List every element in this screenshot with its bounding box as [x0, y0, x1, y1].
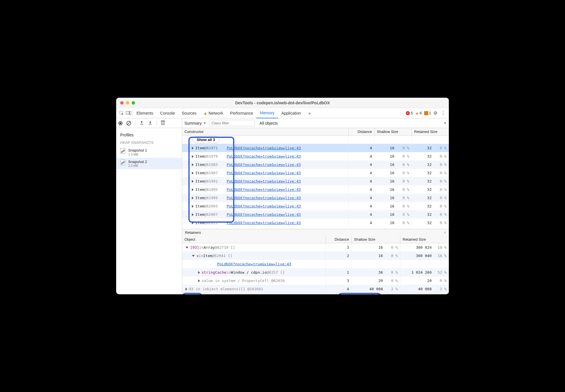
tab-performance[interactable]: Performance: [227, 108, 256, 118]
retainer-row[interactable]: x in Item @62041 []2160 %360 04018 %: [182, 252, 449, 260]
window-title: DevTools - codepen.io/web-dot-dev/live/P…: [116, 101, 449, 105]
status-badges: ✕5 ▲6 !1 ⚙ ⋮: [406, 110, 447, 116]
annotation-search-term: [182, 293, 202, 294]
constructor-row[interactable]: Item @61995 PoLdbOX?nocache=true&view=li…: [182, 185, 449, 194]
rcol-object[interactable]: Object: [182, 236, 326, 243]
rcol-shallow[interactable]: Shallow Size: [351, 236, 400, 243]
devtools-window: DevTools - codepen.io/web-dot-dev/live/P…: [116, 98, 449, 294]
warnings-badge[interactable]: ▲6: [415, 111, 422, 115]
retainer-row[interactable]: [93] in Array @82719 []3160 %360 02418 %: [182, 243, 449, 252]
source-link[interactable]: PoLdbOX?nocache=true&view=live:43: [227, 204, 301, 208]
retainer-row[interactable]: PoLdbOX?nocache=true&view=live:43: [182, 260, 449, 268]
delete-icon[interactable]: [161, 120, 165, 126]
source-link[interactable]: PoLdbOX?nocache=true&view=live:43: [227, 154, 301, 158]
constructor-row[interactable]: Item @61999 PoLdbOX?nocache=true&view=li…: [182, 194, 449, 202]
retainers-menu-icon[interactable]: ≡: [444, 230, 446, 235]
overflow-tabs[interactable]: »: [305, 108, 314, 118]
scope-select[interactable]: All objects: [260, 121, 278, 126]
tab-application[interactable]: Application: [278, 108, 305, 118]
upload-icon[interactable]: [139, 120, 144, 126]
issues-badge[interactable]: !1: [424, 111, 431, 115]
constructor-row[interactable]: Item @61971 PoLdbOX?nocache=true&view=li…: [182, 144, 449, 152]
tab-sources[interactable]: Sources: [178, 108, 200, 118]
show-all-button[interactable]: Show all 3: [192, 136, 219, 143]
source-link[interactable]: PoLdbOX?nocache=true&view=live:43: [227, 187, 301, 192]
heap-section: HEAP SNAPSHOTS: [116, 139, 182, 146]
gear-icon[interactable]: ⚙: [433, 110, 437, 116]
col-retained[interactable]: Retained Size: [412, 128, 449, 135]
download-icon[interactable]: [148, 120, 153, 126]
svg-rect-5: [161, 121, 164, 125]
device-icon[interactable]: [125, 110, 132, 116]
constructor-grid: Show all 3 Item @61971 PoLdbOX?nocache=t…: [182, 136, 449, 229]
sidebar: Profiles HEAP SNAPSHOTS Snapshot 11.3 MB…: [116, 128, 182, 294]
record-icon[interactable]: [118, 121, 122, 125]
more-icon[interactable]: ⋮: [440, 110, 447, 116]
tab-console[interactable]: Console: [157, 108, 178, 118]
constructor-row[interactable]: Item @62007 PoLdbOX?nocache=true&view=li…: [182, 210, 449, 219]
col-constructor[interactable]: Constructor: [182, 128, 348, 135]
retainers-header: Retainers≡: [182, 229, 449, 236]
constructor-grid-header: Constructor Distance Shallow Size Retain…: [182, 128, 449, 136]
main-pane: Constructor Distance Shallow Size Retain…: [182, 128, 449, 294]
col-distance[interactable]: Distance: [348, 128, 374, 135]
profiles-heading: Profiles: [116, 131, 182, 139]
snapshot-item[interactable]: Snapshot 11.3 MB: [116, 146, 182, 158]
view-select[interactable]: Summary▼: [184, 121, 206, 126]
constructor-row[interactable]: Item @61979 PoLdbOX?nocache=true&view=li…: [182, 152, 449, 160]
show-all-row: Show all 3: [182, 136, 449, 144]
annotation-search-count: [338, 293, 381, 294]
snapshot-size: 1.3 MB: [128, 153, 147, 156]
svg-rect-2: [130, 111, 131, 115]
snapshot-item[interactable]: Snapshot 22.0 MB: [116, 158, 182, 169]
rcol-retained[interactable]: Retained Size: [400, 236, 449, 243]
tab-network[interactable]: ▲Network: [200, 108, 227, 118]
tab-memory[interactable]: Memory: [256, 108, 278, 118]
source-link[interactable]: PoLdbOX?nocache=true&view=live:43: [227, 171, 301, 175]
search-bar: ✕ 6 of 20012 ˄ ˅ Aa Cancel: [182, 293, 449, 294]
svg-rect-7: [162, 122, 163, 124]
snapshot-icon: [120, 160, 125, 165]
retainer-row[interactable]: stringCache in Window / cdpn.io @6257 []…: [182, 268, 449, 277]
errors-badge[interactable]: ✕5: [406, 111, 413, 115]
constructor-row[interactable]: Item @61987 PoLdbOX?nocache=true&view=li…: [182, 169, 449, 177]
retainer-row[interactable]: value in system / PropertyCell @62039320…: [182, 277, 449, 285]
rcol-distance[interactable]: Distance: [326, 236, 351, 243]
tab-elements[interactable]: Elements: [133, 108, 157, 118]
svg-rect-4: [149, 124, 152, 125]
clear-icon[interactable]: [126, 121, 131, 126]
svg-rect-6: [161, 121, 165, 121]
source-link[interactable]: PoLdbOX?nocache=true&view=live:43: [227, 212, 301, 217]
titlebar: DevTools - codepen.io/web-dot-dev/live/P…: [116, 98, 449, 108]
snapshot-name: Snapshot 1: [128, 148, 147, 153]
constructor-row[interactable]: Item @61983 PoLdbOX?nocache=true&view=li…: [182, 160, 449, 169]
constructor-row[interactable]: Item @62003 PoLdbOX?nocache=true&view=li…: [182, 202, 449, 210]
inspect-icon[interactable]: [118, 110, 125, 116]
source-link[interactable]: PoLdbOX?nocache=true&view=live:43: [227, 221, 301, 225]
snapshot-icon: [120, 148, 125, 154]
source-link[interactable]: PoLdbOX?nocache=true&view=live:43: [227, 179, 301, 183]
retainer-row[interactable]: 93 in (object elements)[] @102681440 008…: [182, 285, 449, 293]
scope-dropdown-icon[interactable]: ▼: [444, 121, 447, 125]
svg-rect-1: [126, 112, 129, 114]
source-link[interactable]: PoLdbOX?nocache=true&view=live:43: [227, 162, 301, 167]
retainers-grid: [93] in Array @82719 []3160 %360 02418 %…: [182, 243, 449, 293]
source-link[interactable]: PoLdbOX?nocache=true&view=live:43: [227, 146, 301, 150]
snapshot-size: 2.0 MB: [128, 164, 147, 167]
class-filter-input[interactable]: [209, 120, 255, 126]
main-tabbar: ElementsConsoleSources▲NetworkPerformanc…: [116, 108, 449, 118]
snapshot-name: Snapshot 2: [128, 160, 147, 164]
source-link[interactable]: PoLdbOX?nocache=true&view=live:43: [227, 196, 301, 200]
svg-rect-8: [163, 122, 163, 124]
constructor-row[interactable]: Item @62011 PoLdbOX?nocache=true&view=li…: [182, 219, 449, 227]
col-shallow[interactable]: Shallow Size: [374, 128, 412, 135]
retainers-grid-header: Object Distance Shallow Size Retained Si…: [182, 236, 449, 243]
svg-rect-3: [140, 124, 143, 125]
constructor-row[interactable]: Item @61991 PoLdbOX?nocache=true&view=li…: [182, 177, 449, 185]
